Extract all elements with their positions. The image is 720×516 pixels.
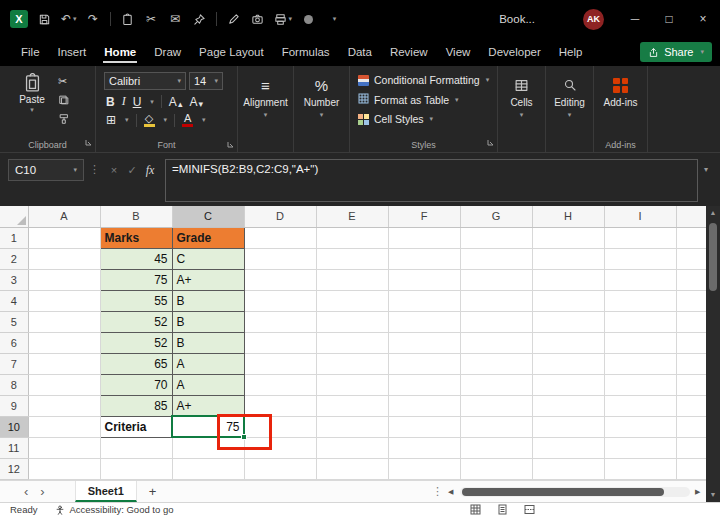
cell-F8[interactable] — [388, 374, 460, 395]
column-header-F[interactable]: F — [388, 206, 460, 227]
cell-B6[interactable]: 52 — [100, 332, 172, 353]
cell-I5[interactable] — [604, 311, 676, 332]
cell-I1[interactable] — [604, 227, 676, 248]
cell-I10[interactable] — [604, 416, 676, 437]
cell-filler[interactable] — [676, 227, 706, 248]
excel-logo-icon[interactable]: X — [10, 10, 28, 28]
cell-H2[interactable] — [532, 248, 604, 269]
cell-A8[interactable] — [28, 374, 100, 395]
cell-B9[interactable]: 85 — [100, 395, 172, 416]
cell-F9[interactable] — [388, 395, 460, 416]
cell-E1[interactable] — [316, 227, 388, 248]
cell-F5[interactable] — [388, 311, 460, 332]
chevron-down-icon[interactable]: ▾ — [150, 98, 154, 106]
select-all-button[interactable] — [0, 206, 28, 227]
cell-F7[interactable] — [388, 353, 460, 374]
tab-insert[interactable]: Insert — [49, 40, 96, 65]
cell-G4[interactable] — [460, 290, 532, 311]
cell-D5[interactable] — [244, 311, 316, 332]
cell-filler[interactable] — [676, 248, 706, 269]
cell-A4[interactable] — [28, 290, 100, 311]
decrease-font-size-button[interactable]: A▾ — [189, 95, 203, 109]
cell-E7[interactable] — [316, 353, 388, 374]
undo-icon[interactable]: ↶▾ — [61, 10, 77, 28]
tab-data[interactable]: Data — [339, 40, 381, 65]
page-layout-view-icon[interactable] — [497, 504, 508, 515]
next-sheet-icon[interactable]: › — [34, 484, 50, 499]
cell-B1[interactable]: Marks — [100, 227, 172, 248]
cell-F2[interactable] — [388, 248, 460, 269]
column-header-C[interactable]: C — [172, 206, 244, 227]
scroll-down-icon[interactable]: ▼ — [706, 491, 720, 498]
cell-D6[interactable] — [244, 332, 316, 353]
cell-A6[interactable] — [28, 332, 100, 353]
cell-filler[interactable] — [676, 458, 706, 479]
cell-H8[interactable] — [532, 374, 604, 395]
cell-I2[interactable] — [604, 248, 676, 269]
cell-filler[interactable] — [676, 353, 706, 374]
normal-view-icon[interactable] — [470, 504, 481, 515]
cell-I7[interactable] — [604, 353, 676, 374]
cell-D1[interactable] — [244, 227, 316, 248]
row-header-9[interactable]: 9 — [0, 395, 28, 416]
pen-icon[interactable] — [226, 10, 241, 28]
maximize-button[interactable]: □ — [652, 0, 686, 38]
cell-H10[interactable] — [532, 416, 604, 437]
scrollbar-splitter[interactable]: ⋮ — [432, 485, 443, 498]
cell-A9[interactable] — [28, 395, 100, 416]
cell-F12[interactable] — [388, 458, 460, 479]
cell-G1[interactable] — [460, 227, 532, 248]
chevron-down-icon[interactable]: ▾ — [125, 116, 129, 124]
cell-styles-button[interactable]: Cell Styles ▾ — [350, 106, 497, 125]
cell-B8[interactable]: 70 — [100, 374, 172, 395]
cell-H9[interactable] — [532, 395, 604, 416]
cell-C9[interactable]: A+ — [172, 395, 244, 416]
font-dialog-launcher-icon[interactable] — [227, 138, 234, 150]
cell-I6[interactable] — [604, 332, 676, 353]
cell-filler[interactable] — [676, 332, 706, 353]
cell-C12[interactable] — [172, 458, 244, 479]
font-name-select[interactable]: Calibri ▾ — [104, 72, 186, 90]
cell-A11[interactable] — [28, 437, 100, 458]
cell-H11[interactable] — [532, 437, 604, 458]
cell-G2[interactable] — [460, 248, 532, 269]
cell-D10[interactable] — [244, 416, 316, 437]
row-header-1[interactable]: 1 — [0, 227, 28, 248]
share-button[interactable]: Share ▾ — [640, 42, 712, 62]
customize-toolbar-icon[interactable]: ▾ — [327, 10, 342, 28]
cell-H12[interactable] — [532, 458, 604, 479]
cell-I12[interactable] — [604, 458, 676, 479]
cell-E2[interactable] — [316, 248, 388, 269]
cell-D12[interactable] — [244, 458, 316, 479]
cell-E5[interactable] — [316, 311, 388, 332]
font-size-select[interactable]: 14 ▾ — [189, 72, 223, 90]
cell-A3[interactable] — [28, 269, 100, 290]
minimize-button[interactable]: ─ — [618, 0, 652, 38]
conditional-formatting-button[interactable]: Conditional Formatting ▾ — [350, 66, 497, 86]
cell-E6[interactable] — [316, 332, 388, 353]
cell-F1[interactable] — [388, 227, 460, 248]
row-header-4[interactable]: 4 — [0, 290, 28, 311]
cell-C10[interactable]: 75 — [172, 416, 244, 437]
fill-color-button[interactable]: ◇ — [144, 113, 155, 127]
cell-E11[interactable] — [316, 437, 388, 458]
cell-G9[interactable] — [460, 395, 532, 416]
tab-home[interactable]: Home — [95, 40, 145, 65]
cell-B4[interactable]: 55 — [100, 290, 172, 311]
styles-dialog-launcher-icon[interactable] — [487, 132, 494, 150]
row-header-10[interactable]: 10 — [0, 416, 28, 437]
cell-G8[interactable] — [460, 374, 532, 395]
clipboard-icon[interactable] — [120, 10, 135, 28]
font-color-button[interactable]: A — [182, 113, 193, 127]
cell-B3[interactable]: 75 — [100, 269, 172, 290]
cell-A1[interactable] — [28, 227, 100, 248]
column-header-G[interactable]: G — [460, 206, 532, 227]
cell-I3[interactable] — [604, 269, 676, 290]
save-icon[interactable] — [37, 10, 52, 28]
name-box[interactable]: C10 ▾ — [8, 159, 84, 181]
cut-icon[interactable]: ✂ — [144, 10, 159, 28]
cell-G5[interactable] — [460, 311, 532, 332]
cell-D7[interactable] — [244, 353, 316, 374]
column-header-H[interactable]: H — [532, 206, 604, 227]
cut-button[interactable]: ✂ — [58, 74, 70, 88]
